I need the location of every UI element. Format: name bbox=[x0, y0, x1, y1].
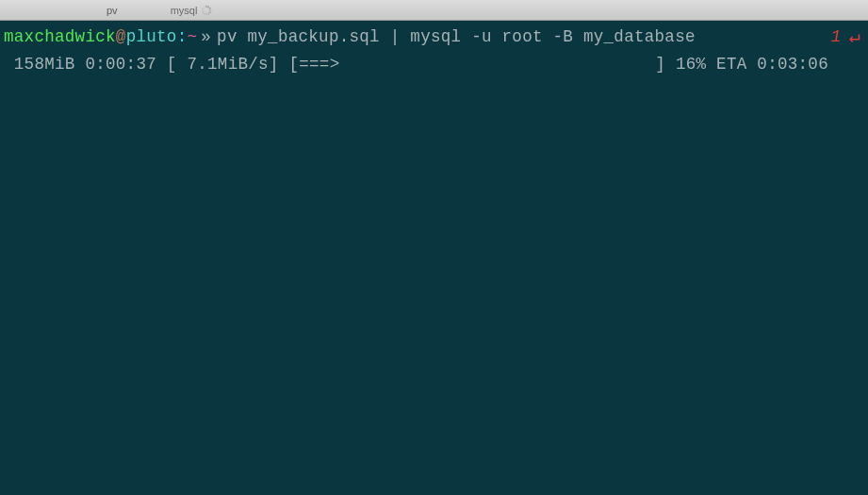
spinner-icon bbox=[201, 5, 212, 16]
prompt-colon: : bbox=[177, 25, 188, 50]
return-icon: ↵ bbox=[849, 23, 860, 52]
prompt-angle: » bbox=[201, 25, 211, 50]
svg-rect-0 bbox=[206, 5, 207, 8]
svg-rect-7 bbox=[204, 12, 205, 15]
svg-rect-5 bbox=[207, 12, 209, 15]
tab-label: pv bbox=[106, 5, 118, 16]
svg-rect-10 bbox=[202, 7, 205, 8]
tab-bar: pv mysql bbox=[0, 0, 868, 21]
tab-label: mysql bbox=[171, 5, 198, 16]
prompt-line: maxchadwick@pluto:~»pv my_backup.sql | m… bbox=[4, 23, 864, 52]
prompt-at: @ bbox=[116, 25, 126, 50]
status-number: 1 bbox=[831, 25, 842, 50]
tab-mysql[interactable]: mysql bbox=[144, 5, 239, 16]
prompt-tilde: ~ bbox=[187, 25, 197, 50]
svg-rect-8 bbox=[202, 11, 205, 13]
svg-rect-3 bbox=[209, 9, 212, 10]
status-indicator: 1↵ bbox=[831, 23, 864, 52]
svg-rect-1 bbox=[207, 5, 209, 8]
svg-rect-4 bbox=[209, 11, 212, 13]
command-text: pv my_backup.sql | mysql -u root -B my_d… bbox=[217, 25, 696, 50]
prompt-user: maxchadwick bbox=[4, 25, 116, 50]
terminal-area[interactable]: maxchadwick@pluto:~»pv my_backup.sql | m… bbox=[0, 21, 868, 79]
svg-rect-6 bbox=[206, 13, 207, 16]
prompt-host: pluto bbox=[126, 25, 177, 50]
pv-progress-output: 158MiB 0:00:37 [ 7.1MiB/s] [===> ] 16% E… bbox=[4, 52, 864, 77]
svg-rect-2 bbox=[209, 7, 212, 8]
tab-pv[interactable]: pv bbox=[80, 5, 144, 16]
svg-rect-9 bbox=[202, 9, 205, 10]
svg-rect-11 bbox=[204, 5, 205, 8]
